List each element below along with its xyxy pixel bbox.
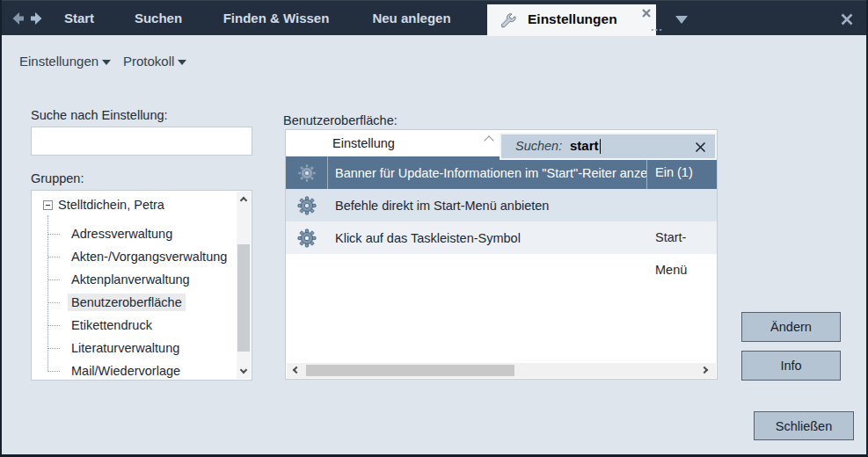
chevron-down-icon <box>102 60 111 65</box>
table-row-befehle-startmenu[interactable]: Befehle direkt im Start-Menü anbieten <box>286 189 717 221</box>
search-setting-label: Suche nach Einstellung: <box>31 108 168 122</box>
menu-einstellungen[interactable]: Einstellungen <box>19 54 111 69</box>
tree-item-literaturverwaltung[interactable]: Literaturverwaltung <box>71 337 179 359</box>
setting-search-input[interactable] <box>31 127 252 156</box>
gear-icon <box>286 221 328 254</box>
tab-list-dropdown-icon[interactable] <box>675 16 688 24</box>
gear-icon <box>286 156 328 189</box>
tree-item-mail-wiedervorlage[interactable]: Mail/Wiedervorlage <box>71 359 180 381</box>
table-row-banner-update[interactable]: Banner für Update-Informationen im "Star… <box>286 156 717 189</box>
info-button[interactable]: Info <box>741 351 841 381</box>
tree-scrollbar-thumb[interactable] <box>237 244 250 352</box>
table-search-input[interactable]: start <box>570 138 599 153</box>
settings-window: Start Suchen Finden & Wissen Neu anlegen… <box>0 0 868 457</box>
back-arrow-icon[interactable] <box>11 11 26 25</box>
tree-item-benutzeroberflaeche[interactable]: Benutzeroberfläche <box>71 291 186 314</box>
scroll-left-icon[interactable] <box>288 363 303 378</box>
active-tab-label: Einstellungen <box>528 11 617 27</box>
scroll-down-icon[interactable] <box>237 364 251 379</box>
table-title: Benutzeroberfläche: <box>283 113 398 127</box>
gear-icon <box>286 189 328 221</box>
table-search-label: Suchen: <box>515 139 562 153</box>
tab-finden-wissen[interactable]: Finden & Wissen <box>223 1 330 36</box>
table-search-overlay: Suchen: start <box>500 133 717 160</box>
row-label: Klick auf das Taskleisten-Symbol <box>328 231 646 245</box>
settings-table: Einstellung Suchen: start <box>285 129 718 380</box>
chevron-down-icon <box>178 60 186 65</box>
table-hscrollbar[interactable] <box>287 363 716 378</box>
menu-protokoll[interactable]: Protokoll <box>123 54 186 69</box>
tab-overflow-dots[interactable]: ... <box>651 20 663 33</box>
tab-einstellungen-active[interactable]: Einstellungen <box>487 4 656 36</box>
tab-neu-anlegen[interactable]: Neu anlegen <box>372 1 450 36</box>
tree-item-adressverwaltung[interactable]: Adressverwaltung <box>71 222 172 245</box>
tab-suchen[interactable]: Suchen <box>135 1 182 36</box>
menu-protokoll-label: Protokoll <box>123 54 174 69</box>
row-value <box>646 189 717 221</box>
groups-tree: Stelltdichein, Petra Adressverwaltung Ak… <box>31 190 252 381</box>
groups-label: Gruppen: <box>31 171 84 185</box>
tree-root-label: Stelltdichein, Petra <box>58 193 164 216</box>
search-close-icon[interactable] <box>695 141 706 152</box>
row-label: Banner für Update-Informationen im "Star… <box>328 166 646 180</box>
row-value: Start-Menü <box>646 221 717 254</box>
scroll-right-icon[interactable] <box>699 363 714 378</box>
wrench-icon <box>500 11 517 33</box>
row-value: Ein (1) <box>646 156 717 189</box>
hscrollbar-thumb[interactable] <box>306 365 514 376</box>
tree-item-etikettendruck[interactable]: Etikettendruck <box>71 314 152 337</box>
table-row-klick-taskleiste[interactable]: Klick auf das Taskleisten-Symbol Start-M… <box>286 221 717 254</box>
tree-item-akten-vorgangsverwaltung[interactable]: Akten-/Vorgangsverwaltung <box>71 245 227 268</box>
tab-start[interactable]: Start <box>64 1 94 36</box>
tree-item-aktenplanverwaltung[interactable]: Aktenplanverwaltung <box>71 268 190 291</box>
tree-scrollbar[interactable] <box>237 192 251 379</box>
scroll-up-icon[interactable] <box>237 192 251 207</box>
collapse-minus-icon[interactable] <box>43 200 53 210</box>
forward-arrow-icon[interactable] <box>28 11 43 25</box>
tab-close-icon[interactable] <box>641 6 652 17</box>
change-button[interactable]: Ändern <box>741 312 841 342</box>
column-header-einstellung[interactable]: Einstellung <box>332 130 395 156</box>
text-cursor <box>600 139 601 154</box>
close-button[interactable]: Schließen <box>754 411 854 440</box>
menu-einstellungen-label: Einstellungen <box>19 54 98 69</box>
row-label: Befehle direkt im Start-Menü anbieten <box>328 199 646 213</box>
window-close-button[interactable] <box>840 12 854 26</box>
tab-bar: Start Suchen Finden & Wissen Neu anlegen… <box>2 0 866 35</box>
sort-ascending-icon <box>484 135 493 145</box>
